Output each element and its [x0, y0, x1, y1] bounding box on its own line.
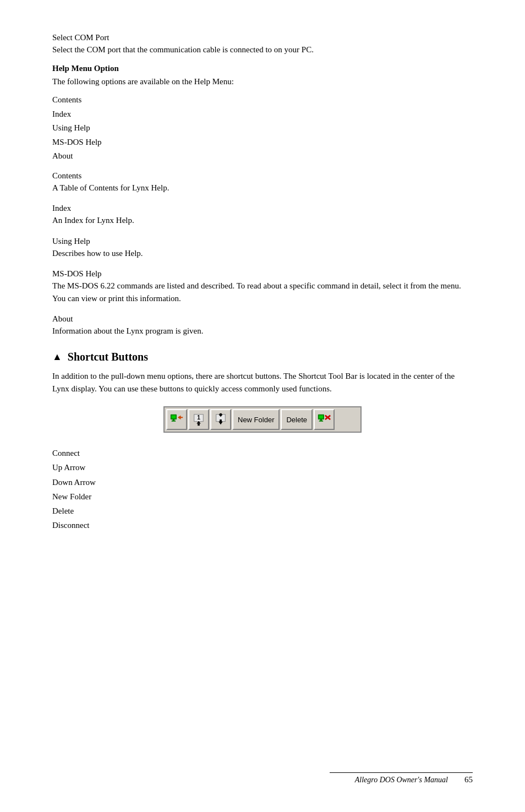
footer-text: Allegro DOS Owner's Manual 65: [355, 775, 473, 784]
up-arrow-icon: 1: [192, 412, 206, 427]
subsection-contents-title: Contents: [52, 171, 473, 181]
list-item-connect: Connect: [52, 446, 473, 460]
disconnect-icon: [317, 412, 331, 427]
list-item-new-folder: New Folder: [52, 489, 473, 504]
help-menu-section: Help Menu Option The following options a…: [52, 64, 473, 337]
help-menu-intro: The following options are available on t…: [52, 75, 473, 88]
svg-rect-3: [172, 421, 176, 422]
shortcut-heading: ▲ Shortcut Buttons: [52, 351, 473, 363]
subsection-index-title: Index: [52, 204, 473, 213]
help-menu-heading: Help Menu Option: [52, 64, 473, 73]
list-item-down-arrow: Down Arrow: [52, 475, 473, 489]
svg-rect-14: [220, 419, 222, 423]
footer-manual-title: Allegro DOS Owner's Manual: [355, 776, 448, 784]
new-folder-button[interactable]: New Folder: [232, 409, 280, 430]
connect-button[interactable]: [166, 409, 187, 430]
new-folder-label: New Folder: [238, 416, 274, 424]
select-com-port-section: Select COM Port Select the COM port that…: [52, 33, 473, 56]
subsection-msdos-help-body: The MS-DOS 6.22 commands are listed and …: [52, 280, 473, 304]
delete-button[interactable]: Delete: [281, 409, 313, 430]
page: Select COM Port Select the COM port that…: [0, 0, 525, 812]
svg-rect-2: [173, 419, 175, 421]
svg-rect-16: [319, 416, 323, 419]
footer-rule: [330, 772, 473, 773]
subsection-contents-body: A Table of Contents for Lynx Help.: [52, 182, 473, 194]
svg-rect-1: [172, 416, 176, 419]
subsection-about-title: About: [52, 314, 473, 324]
list-item: Contents: [52, 93, 473, 107]
delete-label: Delete: [286, 416, 307, 424]
down-arrow-icon: [214, 412, 228, 427]
subsection-msdos-help: MS-DOS Help The MS-DOS 6.22 commands are…: [52, 269, 473, 304]
help-menu-list: Contents Index Using Help MS-DOS Help Ab…: [52, 93, 473, 164]
up-arrow-button[interactable]: 1: [188, 409, 209, 430]
toolbar-image: 1 New Folder: [163, 406, 362, 433]
list-item: Index: [52, 107, 473, 122]
list-item-delete: Delete: [52, 504, 473, 518]
select-com-port-body: Select the COM port that the communicati…: [52, 43, 473, 56]
footer: Allegro DOS Owner's Manual 65: [0, 772, 525, 784]
connect-icon: [169, 412, 184, 427]
svg-rect-8: [198, 423, 200, 426]
svg-rect-18: [319, 421, 323, 422]
list-item: About: [52, 149, 473, 164]
subsection-index-body: An Index for Lynx Help.: [52, 214, 473, 227]
subsection-using-help-body: Describes how to use Help.: [52, 247, 473, 260]
triangle-icon: ▲: [52, 351, 62, 363]
list-item: MS-DOS Help: [52, 135, 473, 150]
footer-page-number: 65: [464, 775, 473, 784]
subsection-contents: Contents A Table of Contents for Lynx He…: [52, 171, 473, 194]
list-item: Using Help: [52, 121, 473, 135]
svg-rect-12: [220, 413, 222, 416]
subsection-using-help: Using Help Describes how to use Help.: [52, 237, 473, 260]
list-item-up-arrow: Up Arrow: [52, 460, 473, 475]
disconnect-button[interactable]: [314, 409, 335, 430]
shortcut-heading-text: Shortcut Buttons: [68, 351, 148, 363]
subsection-msdos-help-title: MS-DOS Help: [52, 269, 473, 279]
subsection-about-body: Information about the Lynx program is gi…: [52, 325, 473, 337]
svg-rect-17: [320, 419, 322, 421]
list-item-disconnect: Disconnect: [52, 518, 473, 532]
shortcut-buttons-section: ▲ Shortcut Buttons In addition to the pu…: [52, 351, 473, 533]
shortcut-list: Connect Up Arrow Down Arrow New Folder D…: [52, 446, 473, 533]
subsection-using-help-title: Using Help: [52, 237, 473, 246]
down-arrow-button[interactable]: [210, 409, 231, 430]
subsection-index: Index An Index for Lynx Help.: [52, 204, 473, 227]
select-com-port-title: Select COM Port: [52, 33, 473, 42]
subsection-about: About Information about the Lynx program…: [52, 314, 473, 337]
svg-text:1: 1: [197, 415, 200, 421]
shortcut-body-text: In addition to the pull-down menu option…: [52, 370, 473, 396]
